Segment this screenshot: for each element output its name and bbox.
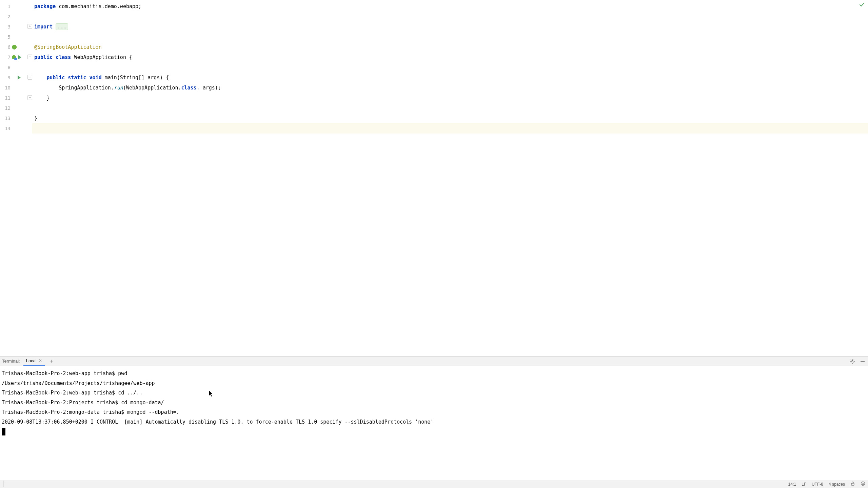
terminal-tab-label: Local — [26, 358, 37, 363]
gear-icon[interactable] — [850, 359, 855, 364]
terminal-tab-local[interactable]: Local ✕ — [23, 357, 45, 366]
caret-position[interactable]: 14:1 — [788, 482, 796, 487]
line-number: 7 — [8, 55, 11, 60]
code-editor[interactable]: 1 2 3 + 5 6 7 − 8 9 — [0, 0, 868, 356]
svg-point-3 — [861, 482, 865, 486]
line-number: 3 — [8, 24, 11, 29]
code-token: } — [46, 95, 50, 101]
spring-bean-icon[interactable] — [12, 44, 17, 50]
fold-collapse-icon[interactable]: − — [27, 55, 32, 59]
terminal-line: 2020-09-08T13:37:06.850+0200 I CONTROL [… — [2, 419, 433, 425]
svg-point-0 — [852, 360, 853, 362]
code-token: com.mechanitis.demo.webapp; — [56, 3, 141, 9]
line-number: 5 — [8, 34, 11, 40]
code-token: public — [46, 75, 65, 81]
line-number: 11 — [5, 95, 11, 101]
svg-point-4 — [862, 483, 863, 484]
fold-collapse-icon[interactable]: − — [27, 95, 32, 100]
folded-region[interactable]: ... — [56, 23, 68, 30]
terminal-tool-window: Terminal: Local ✕ + Trishas-MacBook-Pro-… — [0, 356, 868, 480]
editor-gutter: 1 2 3 + 5 6 7 − 8 9 — [0, 0, 32, 356]
close-icon[interactable]: ✕ — [39, 358, 42, 363]
run-icon[interactable] — [16, 75, 22, 80]
code-token: main — [105, 75, 117, 81]
terminal-header: Terminal: Local ✕ + — [0, 357, 868, 366]
code-token: import — [34, 24, 56, 30]
hide-panel-icon[interactable] — [860, 359, 865, 364]
ide-status-icon[interactable] — [861, 481, 865, 487]
readonly-lock-icon[interactable] — [850, 481, 855, 487]
code-token: @SpringBootApplication — [34, 44, 102, 50]
terminal-line: Trishas-MacBook-Pro-2:mongo-data trisha$… — [2, 409, 179, 415]
line-number: 12 — [5, 105, 11, 111]
svg-point-5 — [863, 483, 864, 484]
terminal-line: Trishas-MacBook-Pro-2:Projects trisha$ c… — [2, 400, 164, 406]
line-number: 10 — [5, 85, 11, 90]
code-token: WebAppApplication — [74, 54, 126, 60]
tool-windows-quick-access-icon[interactable] — [3, 482, 3, 487]
line-number: 1 — [8, 4, 11, 9]
spring-run-config-icon[interactable] — [12, 55, 16, 60]
code-token: package — [34, 3, 56, 9]
line-number: 14 — [5, 126, 11, 131]
terminal-line: /Users/trisha/Documents/Projects/trishag… — [2, 380, 155, 386]
line-number: 8 — [8, 65, 11, 70]
code-token: run — [114, 85, 123, 91]
code-area[interactable]: package com.mechanitis.demo.webapp; impo… — [32, 0, 868, 356]
indent-settings[interactable]: 4 spaces — [829, 482, 845, 487]
file-encoding[interactable]: UTF-8 — [812, 482, 823, 487]
code-token: static — [68, 75, 86, 81]
code-token: SpringApplication. — [59, 85, 114, 91]
status-bar: 14:1 LF UTF-8 4 spaces — [0, 480, 868, 488]
svg-rect-2 — [851, 483, 854, 485]
code-token: , args); — [197, 85, 221, 91]
code-token: class — [181, 85, 197, 91]
code-token: { — [126, 54, 132, 60]
mouse-cursor-icon — [209, 390, 214, 397]
problems-ok-icon[interactable] — [859, 2, 865, 7]
run-icon[interactable] — [17, 55, 22, 60]
code-token: (String[] args) { — [117, 75, 169, 81]
fold-collapse-icon[interactable]: − — [27, 75, 32, 80]
code-token: public — [34, 54, 53, 60]
line-number: 9 — [8, 75, 11, 80]
new-terminal-button[interactable]: + — [49, 358, 55, 364]
code-token: void — [90, 75, 102, 81]
terminal-line: Trishas-MacBook-Pro-2:web-app trisha$ cd… — [2, 390, 142, 396]
line-separator[interactable]: LF — [802, 482, 806, 487]
code-token: class — [56, 54, 71, 60]
line-number: 13 — [5, 116, 11, 121]
terminal-output[interactable]: Trishas-MacBook-Pro-2:web-app trisha$ pw… — [0, 366, 868, 480]
fold-expand-icon[interactable]: + — [27, 24, 32, 29]
svg-rect-1 — [861, 361, 865, 362]
terminal-line: Trishas-MacBook-Pro-2:web-app trisha$ pw… — [2, 370, 127, 377]
code-token: (WebAppApplication. — [123, 85, 181, 91]
line-number: 2 — [8, 14, 11, 19]
code-token: } — [34, 115, 37, 121]
terminal-cursor — [2, 428, 5, 435]
line-number: 6 — [8, 44, 11, 50]
terminal-title: Terminal: — [2, 359, 20, 364]
